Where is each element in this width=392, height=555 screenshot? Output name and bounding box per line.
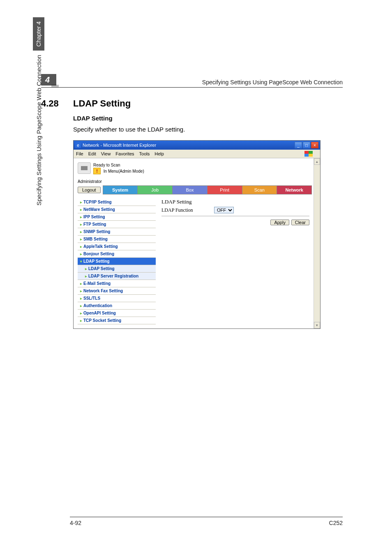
admin-label: Administrator	[78, 179, 312, 184]
sidebar-item-ipp[interactable]: IPP Setting	[78, 213, 156, 221]
sidebar-item-tcpsocket[interactable]: TCP Socket Setting	[78, 317, 156, 324]
scroll-down-arrow[interactable]: ▾	[314, 322, 320, 328]
sidebar-item-netware[interactable]: NetWare Setting	[78, 206, 156, 213]
device-status-row: Ready to Scan ! In Menu(Admin Mode)	[78, 158, 312, 178]
sidebar-item-ldap[interactable]: LDAP Setting	[78, 258, 156, 265]
screenshot-window: e Network - Microsoft Internet Explorer …	[73, 140, 321, 329]
window-title: Network - Microsoft Internet Explorer	[83, 143, 156, 148]
apply-button[interactable]: Apply	[270, 220, 289, 225]
vertical-scrollbar[interactable]: ▴ ▾	[314, 158, 320, 328]
footer-model: C252	[329, 520, 343, 526]
menu-tools[interactable]: Tools	[139, 151, 150, 156]
menu-view[interactable]: View	[101, 151, 111, 156]
minimize-button[interactable]: _	[295, 142, 302, 148]
header-title: Specifying Settings Using PageScope Web …	[202, 79, 343, 86]
sidebar-subitem-ldap-server-reg[interactable]: LDAP Server Registration	[78, 273, 156, 280]
tab-system[interactable]: System	[103, 185, 138, 194]
clear-button[interactable]: Clear	[291, 220, 309, 225]
menu-bar: File Edit View Favorites Tools Help	[74, 150, 320, 158]
sidebar-item-email[interactable]: E-Mail Setting	[78, 280, 156, 287]
divider	[161, 216, 309, 216]
settings-sidebar: TCP/IP Setting NetWare Setting IPP Setti…	[78, 199, 156, 324]
menu-edit[interactable]: Edit	[88, 151, 96, 156]
tab-box[interactable]: Box	[172, 185, 208, 194]
windows-flag-icon	[304, 151, 313, 157]
close-button[interactable]: ×	[311, 142, 318, 148]
maximize-button[interactable]: □	[303, 142, 310, 148]
tab-row: Logout System Job Box Print Scan Network	[78, 185, 312, 194]
warning-icon: !	[93, 168, 101, 174]
logout-button[interactable]: Logout	[78, 187, 101, 193]
sidebar-item-ftp[interactable]: FTP Setting	[78, 221, 156, 228]
tab-network[interactable]: Network	[277, 185, 312, 194]
chapter-number-badge: 4	[41, 74, 56, 86]
side-chapter-badge: Chapter 4	[33, 17, 44, 51]
printer-icon	[78, 162, 91, 174]
status-ready: Ready to Scan	[93, 162, 144, 168]
sidebar-item-bonjour[interactable]: Bonjour Setting	[78, 250, 156, 258]
sidebar-item-ssltls[interactable]: SSL/TLS	[78, 295, 156, 302]
footer-page-number: 4-92	[70, 520, 81, 526]
page-header: 4 Specifying Settings Using PageScope We…	[41, 74, 343, 88]
sidebar-subitem-ldap-setting[interactable]: LDAP Setting	[78, 265, 156, 273]
section-title: LDAP Setting	[73, 98, 131, 109]
body-text: Specify whether to use the LDAP setting.	[73, 126, 343, 133]
sidebar-item-appletalk[interactable]: AppleTalk Setting	[78, 243, 156, 250]
tab-job[interactable]: Job	[137, 185, 173, 194]
tab-print[interactable]: Print	[207, 185, 242, 194]
section-number: 4.28	[41, 98, 66, 109]
window-titlebar: e Network - Microsoft Internet Explorer …	[74, 141, 320, 150]
menu-help[interactable]: Help	[154, 151, 164, 156]
menu-file[interactable]: File	[76, 151, 83, 156]
main-panel: LDAP Setting LDAP Function OFF Apply Cle…	[156, 199, 312, 324]
menu-favorites[interactable]: Favorites	[115, 151, 134, 156]
scroll-up-arrow[interactable]: ▴	[314, 158, 320, 165]
status-mode: In Menu(Admin Mode)	[104, 169, 144, 173]
sidebar-item-openapi[interactable]: OpenAPI Setting	[78, 310, 156, 317]
ldap-function-select[interactable]: OFF	[214, 207, 234, 213]
sidebar-item-tcpip[interactable]: TCP/IP Setting	[78, 199, 156, 206]
sidebar-item-netfax[interactable]: Network Fax Setting	[78, 287, 156, 295]
sidebar-item-smb[interactable]: SMB Setting	[78, 236, 156, 243]
page-footer: 4-92 C252	[70, 517, 343, 526]
panel-title: LDAP Setting	[161, 199, 309, 205]
sidebar-item-auth[interactable]: Authentication	[78, 302, 156, 310]
tab-scan[interactable]: Scan	[242, 185, 277, 194]
ldap-function-label: LDAP Function	[161, 207, 207, 213]
ie-icon: e	[75, 142, 81, 148]
subsection-heading: LDAP Setting	[73, 115, 343, 122]
sidebar-item-snmp[interactable]: SNMP Setting	[78, 228, 156, 236]
